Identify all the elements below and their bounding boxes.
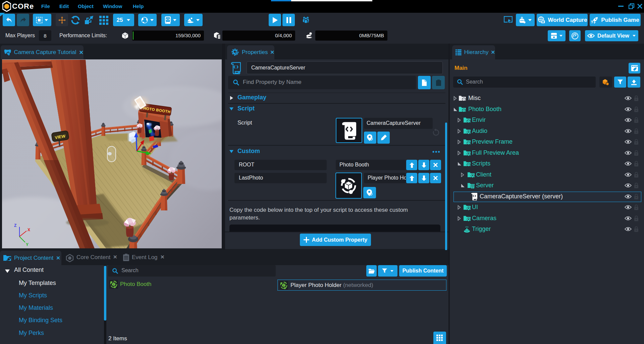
svg-text:Y: Y (26, 242, 29, 247)
svg-text:Z: Z (14, 223, 16, 228)
svg-text:X: X (28, 228, 30, 232)
